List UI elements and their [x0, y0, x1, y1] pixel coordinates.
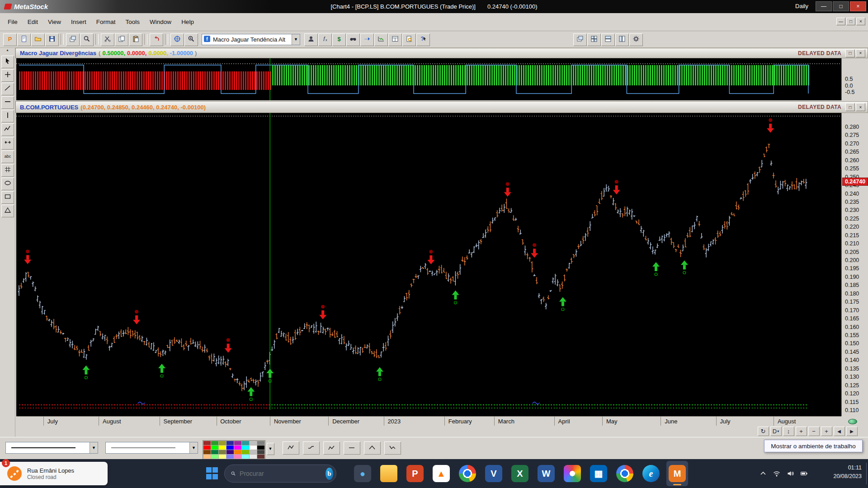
palette-color[interactable] — [234, 455, 241, 459]
tile-windows-button[interactable] — [587, 33, 600, 46]
palette-color[interactable] — [250, 441, 257, 445]
price-style-2-button[interactable] — [303, 441, 319, 454]
menu-window[interactable]: Window — [145, 15, 176, 28]
tile-vertical-button[interactable] — [615, 33, 628, 46]
price-style-3-button[interactable] — [323, 441, 340, 454]
expand-compress-tool-button[interactable] — [1, 137, 14, 149]
find-symbol-button[interactable] — [80, 33, 93, 46]
expert-advisor-button[interactable] — [304, 33, 317, 46]
taskbar-app-chrome[interactable] — [457, 461, 478, 486]
downloader-button[interactable] — [374, 33, 387, 46]
sidebar-scroll-up[interactable]: ▴ — [0, 48, 15, 54]
palette-color[interactable] — [219, 450, 226, 454]
palette-color[interactable] — [257, 455, 264, 459]
palette-color[interactable] — [211, 446, 218, 450]
palette-color[interactable] — [226, 441, 234, 445]
undo-button[interactable] — [150, 33, 163, 46]
ellipse-tool-button[interactable] — [1, 178, 14, 190]
crosshair-pointer-button[interactable] — [170, 33, 184, 46]
explorer-button[interactable] — [346, 33, 359, 46]
indicator-plot-canvas[interactable] — [16, 58, 841, 100]
indicator-panel-header[interactable]: Macro Jaguar Divergências (0.50000,0.000… — [15, 48, 868, 58]
zoom-tool-button[interactable] — [184, 33, 198, 46]
taskbar-search[interactable]: b — [224, 465, 336, 483]
zoom-out-button[interactable]: − — [808, 427, 819, 436]
taskbar-app-powerpoint[interactable]: P — [404, 461, 426, 486]
notification-toast[interactable]: 1 Rua Ernâni Lopes Closed road — [0, 462, 108, 485]
price-style-6-button[interactable] — [384, 441, 401, 454]
search-input[interactable] — [240, 470, 321, 477]
tile-horizontal-button[interactable] — [601, 33, 614, 46]
taskbar-app-meet[interactable]: ● — [352, 461, 373, 486]
palette-color[interactable] — [211, 441, 218, 445]
maximize-button[interactable]: □ — [833, 1, 849, 11]
palette-color[interactable] — [219, 441, 226, 445]
palette-color[interactable] — [226, 455, 234, 459]
menu-edit[interactable]: Edit — [23, 15, 43, 28]
grid-tool-button[interactable] — [1, 164, 14, 176]
pan-button[interactable]: + — [796, 427, 807, 436]
price-panel-header[interactable]: B.COM.PORTUGUES (0.24700, 0.24850, 0.244… — [15, 101, 868, 113]
palette-color[interactable] — [203, 455, 211, 459]
refresh-button[interactable]: ↻ — [758, 427, 769, 436]
price-chart-canvas[interactable] — [16, 113, 841, 416]
chevron-down-icon[interactable]: ▼ — [90, 442, 98, 453]
taskbar-app-excel[interactable]: X — [509, 461, 531, 486]
menu-tools[interactable]: Tools — [121, 15, 145, 28]
palette-color[interactable] — [203, 441, 211, 445]
chart-organizer-button[interactable] — [66, 33, 79, 46]
layout-button[interactable] — [388, 33, 401, 46]
chevron-up-icon[interactable] — [760, 470, 767, 477]
palette-color[interactable] — [219, 455, 226, 459]
palette-color[interactable] — [242, 446, 249, 450]
taskbar-app-photos[interactable] — [561, 461, 583, 486]
volume-icon[interactable] — [787, 470, 794, 477]
context-help-button[interactable]: ? — [416, 33, 429, 46]
save-chart-button[interactable] — [45, 33, 58, 46]
system-tester-button[interactable]: $ — [332, 33, 345, 46]
palette-color[interactable] — [219, 446, 226, 450]
palette-color[interactable] — [211, 455, 218, 459]
palette-color[interactable] — [234, 450, 241, 454]
chart-scroll-row[interactable]: ↻D▾↕+−+◀▶ — [16, 426, 868, 437]
price-close-button[interactable]: × — [856, 103, 865, 111]
palette-color[interactable] — [250, 450, 257, 454]
price-y-axis[interactable]: 0.2800.2750.2700.2650.2600.2550.2500.245… — [841, 113, 868, 416]
new-chart-button[interactable] — [17, 33, 30, 46]
palette-color[interactable] — [257, 450, 264, 454]
menu-format[interactable]: Format — [91, 15, 121, 28]
paste-button[interactable] — [129, 33, 142, 46]
quick-run-button[interactable] — [360, 33, 373, 46]
chevron-down-icon[interactable]: ▼ — [292, 34, 300, 45]
scroll-left-button[interactable]: ◀ — [834, 427, 844, 436]
mdi-restore-button[interactable]: □ — [846, 18, 855, 25]
palette-color[interactable] — [242, 455, 249, 459]
line-style-select[interactable]: ▼ — [105, 442, 198, 454]
palette-color[interactable] — [242, 441, 249, 445]
taskbar-app-browser[interactable] — [614, 461, 636, 486]
palette-color[interactable] — [226, 450, 234, 454]
trend-channel-tool-button[interactable] — [1, 123, 14, 136]
taskbar-app-vlc[interactable]: ▲ — [430, 461, 452, 486]
taskbar-app-file-explorer[interactable] — [378, 461, 400, 486]
fit-price-scale-button[interactable]: ↕ — [783, 427, 794, 436]
mdi-minimize-button[interactable]: — — [836, 18, 845, 25]
palette-color[interactable] — [242, 450, 249, 454]
snapshot-button[interactable] — [402, 33, 415, 46]
indicator-style-select[interactable]: ▼ — [5, 442, 98, 454]
menu-file[interactable]: File — [3, 15, 23, 28]
palette-color[interactable] — [257, 446, 264, 450]
indicator-builder-button[interactable]: ƒx — [318, 33, 331, 46]
menu-insert[interactable]: Insert — [66, 15, 91, 28]
indicator-restore-button[interactable]: □ — [845, 49, 855, 57]
scroll-right-button[interactable]: ▶ — [846, 427, 857, 436]
horizontal-line-tool-button[interactable] — [1, 96, 14, 108]
start-button[interactable] — [206, 467, 219, 480]
rectangle-tool-button[interactable] — [1, 191, 14, 203]
open-chart-button[interactable] — [31, 33, 44, 46]
palette-color[interactable] — [250, 446, 257, 450]
vertical-line-tool-button[interactable] — [1, 110, 14, 122]
price-restore-button[interactable]: □ — [845, 103, 855, 111]
taskbar-app-word[interactable]: W — [535, 461, 557, 486]
price-style-5-button[interactable] — [364, 441, 380, 454]
